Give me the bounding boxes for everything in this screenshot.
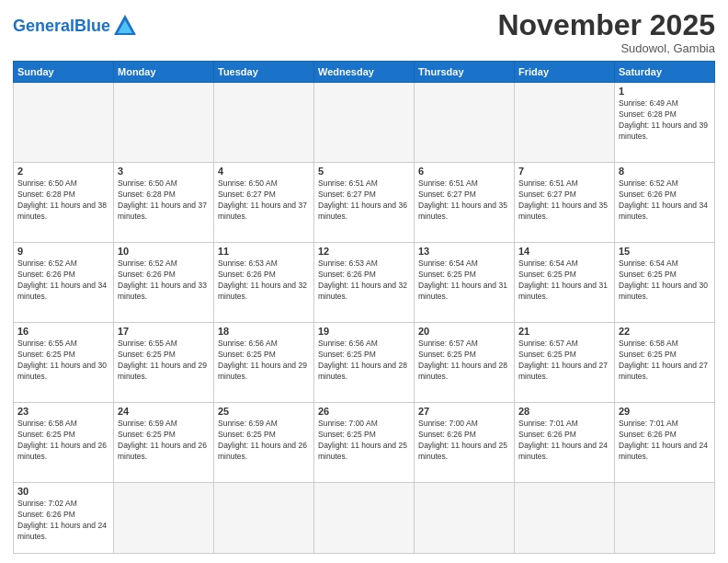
calendar-cell bbox=[314, 483, 415, 554]
calendar-cell: 13Sunrise: 6:54 AM Sunset: 6:25 PM Dayli… bbox=[415, 243, 515, 323]
day-number: 3 bbox=[118, 166, 210, 177]
calendar-body: 1Sunrise: 6:49 AM Sunset: 6:28 PM Daylig… bbox=[14, 83, 715, 554]
calendar-cell bbox=[415, 483, 515, 554]
calendar-cell: 16Sunrise: 6:55 AM Sunset: 6:25 PM Dayli… bbox=[14, 323, 114, 403]
weekday-header-wednesday: Wednesday bbox=[314, 62, 415, 83]
calendar-cell bbox=[214, 483, 314, 554]
calendar-week-3: 16Sunrise: 6:55 AM Sunset: 6:25 PM Dayli… bbox=[14, 323, 715, 403]
title-block: November 2025 Sudowol, Gambia bbox=[497, 9, 715, 55]
day-number: 23 bbox=[17, 406, 109, 417]
calendar-cell: 11Sunrise: 6:53 AM Sunset: 6:26 PM Dayli… bbox=[214, 243, 314, 323]
day-info: Sunrise: 6:56 AM Sunset: 6:25 PM Dayligh… bbox=[218, 339, 310, 383]
calendar-cell: 20Sunrise: 6:57 AM Sunset: 6:25 PM Dayli… bbox=[415, 323, 515, 403]
calendar-cell: 7Sunrise: 6:51 AM Sunset: 6:27 PM Daylig… bbox=[515, 163, 615, 243]
calendar-cell: 2Sunrise: 6:50 AM Sunset: 6:28 PM Daylig… bbox=[14, 163, 114, 243]
day-info: Sunrise: 6:56 AM Sunset: 6:25 PM Dayligh… bbox=[318, 339, 410, 383]
calendar-cell: 30Sunrise: 7:02 AM Sunset: 6:26 PM Dayli… bbox=[14, 483, 114, 554]
day-info: Sunrise: 7:01 AM Sunset: 6:26 PM Dayligh… bbox=[518, 419, 610, 463]
day-info: Sunrise: 6:51 AM Sunset: 6:27 PM Dayligh… bbox=[418, 178, 510, 223]
day-info: Sunrise: 7:01 AM Sunset: 6:26 PM Dayligh… bbox=[619, 419, 711, 463]
day-info: Sunrise: 6:54 AM Sunset: 6:25 PM Dayligh… bbox=[518, 259, 610, 303]
day-info: Sunrise: 6:58 AM Sunset: 6:25 PM Dayligh… bbox=[17, 419, 109, 463]
logo-general: General bbox=[13, 17, 74, 35]
day-info: Sunrise: 6:50 AM Sunset: 6:28 PM Dayligh… bbox=[17, 178, 109, 223]
calendar-cell bbox=[214, 83, 314, 163]
day-info: Sunrise: 6:53 AM Sunset: 6:26 PM Dayligh… bbox=[318, 259, 410, 303]
weekday-header-monday: Monday bbox=[114, 62, 214, 83]
calendar-cell bbox=[114, 483, 214, 554]
weekday-header-thursday: Thursday bbox=[415, 62, 515, 83]
calendar-cell: 9Sunrise: 6:52 AM Sunset: 6:26 PM Daylig… bbox=[14, 243, 114, 323]
calendar-cell bbox=[515, 83, 615, 163]
calendar-cell: 4Sunrise: 6:50 AM Sunset: 6:27 PM Daylig… bbox=[214, 163, 314, 243]
calendar-cell: 24Sunrise: 6:59 AM Sunset: 6:25 PM Dayli… bbox=[114, 403, 214, 483]
calendar-cell: 3Sunrise: 6:50 AM Sunset: 6:28 PM Daylig… bbox=[114, 163, 214, 243]
day-number: 1 bbox=[619, 86, 711, 97]
calendar-cell: 6Sunrise: 6:51 AM Sunset: 6:27 PM Daylig… bbox=[415, 163, 515, 243]
logo: GeneralBlue bbox=[13, 13, 138, 39]
calendar-cell: 23Sunrise: 6:58 AM Sunset: 6:25 PM Dayli… bbox=[14, 403, 114, 483]
logo-blue: Blue bbox=[74, 17, 110, 35]
day-info: Sunrise: 6:50 AM Sunset: 6:27 PM Dayligh… bbox=[218, 178, 310, 223]
day-number: 27 bbox=[418, 406, 510, 417]
day-number: 4 bbox=[218, 166, 310, 177]
day-number: 12 bbox=[318, 246, 410, 257]
day-number: 10 bbox=[118, 246, 210, 257]
calendar-cell: 12Sunrise: 6:53 AM Sunset: 6:26 PM Dayli… bbox=[314, 243, 415, 323]
calendar-cell: 25Sunrise: 6:59 AM Sunset: 6:25 PM Dayli… bbox=[214, 403, 314, 483]
month-title: November 2025 bbox=[497, 9, 715, 41]
day-number: 17 bbox=[118, 326, 210, 337]
day-number: 30 bbox=[17, 486, 109, 497]
calendar-week-5: 30Sunrise: 7:02 AM Sunset: 6:26 PM Dayli… bbox=[14, 483, 715, 554]
calendar-week-2: 9Sunrise: 6:52 AM Sunset: 6:26 PM Daylig… bbox=[14, 243, 715, 323]
page: GeneralBlue November 2025 Sudowol, Gambi… bbox=[0, 0, 728, 563]
day-number: 14 bbox=[518, 246, 610, 257]
day-info: Sunrise: 6:50 AM Sunset: 6:28 PM Dayligh… bbox=[118, 178, 210, 223]
calendar-cell: 15Sunrise: 6:54 AM Sunset: 6:25 PM Dayli… bbox=[615, 243, 715, 323]
day-info: Sunrise: 6:51 AM Sunset: 6:27 PM Dayligh… bbox=[318, 178, 410, 223]
day-info: Sunrise: 6:52 AM Sunset: 6:26 PM Dayligh… bbox=[619, 178, 711, 223]
calendar-cell: 18Sunrise: 6:56 AM Sunset: 6:25 PM Dayli… bbox=[214, 323, 314, 403]
weekday-header-sunday: Sunday bbox=[14, 62, 114, 83]
day-number: 21 bbox=[518, 326, 610, 337]
calendar-cell: 8Sunrise: 6:52 AM Sunset: 6:26 PM Daylig… bbox=[615, 163, 715, 243]
day-info: Sunrise: 6:53 AM Sunset: 6:26 PM Dayligh… bbox=[218, 259, 310, 303]
day-number: 9 bbox=[17, 246, 109, 257]
day-number: 6 bbox=[418, 166, 510, 177]
day-info: Sunrise: 6:52 AM Sunset: 6:26 PM Dayligh… bbox=[118, 259, 210, 303]
day-info: Sunrise: 6:58 AM Sunset: 6:25 PM Dayligh… bbox=[619, 339, 711, 383]
day-number: 8 bbox=[619, 166, 711, 177]
calendar-cell: 22Sunrise: 6:58 AM Sunset: 6:25 PM Dayli… bbox=[615, 323, 715, 403]
day-number: 11 bbox=[218, 246, 310, 257]
calendar-header: SundayMondayTuesdayWednesdayThursdayFrid… bbox=[14, 62, 715, 83]
logo-text: GeneralBlue bbox=[13, 17, 110, 34]
calendar-table: SundayMondayTuesdayWednesdayThursdayFrid… bbox=[13, 61, 715, 554]
calendar-cell: 27Sunrise: 7:00 AM Sunset: 6:26 PM Dayli… bbox=[415, 403, 515, 483]
day-number: 5 bbox=[318, 166, 410, 177]
calendar-cell bbox=[314, 83, 415, 163]
calendar-cell: 10Sunrise: 6:52 AM Sunset: 6:26 PM Dayli… bbox=[114, 243, 214, 323]
day-info: Sunrise: 6:54 AM Sunset: 6:25 PM Dayligh… bbox=[418, 259, 510, 303]
calendar-cell: 14Sunrise: 6:54 AM Sunset: 6:25 PM Dayli… bbox=[515, 243, 615, 323]
day-info: Sunrise: 6:55 AM Sunset: 6:25 PM Dayligh… bbox=[118, 339, 210, 383]
calendar-week-1: 2Sunrise: 6:50 AM Sunset: 6:28 PM Daylig… bbox=[14, 163, 715, 243]
calendar-cell bbox=[415, 83, 515, 163]
calendar-cell bbox=[615, 483, 715, 554]
day-info: Sunrise: 6:55 AM Sunset: 6:25 PM Dayligh… bbox=[17, 339, 109, 383]
day-number: 2 bbox=[17, 166, 109, 177]
weekday-header-friday: Friday bbox=[515, 62, 615, 83]
calendar-cell: 28Sunrise: 7:01 AM Sunset: 6:26 PM Dayli… bbox=[515, 403, 615, 483]
calendar-cell: 17Sunrise: 6:55 AM Sunset: 6:25 PM Dayli… bbox=[114, 323, 214, 403]
header: GeneralBlue November 2025 Sudowol, Gambi… bbox=[13, 9, 715, 55]
day-number: 24 bbox=[118, 406, 210, 417]
day-info: Sunrise: 6:59 AM Sunset: 6:25 PM Dayligh… bbox=[118, 419, 210, 463]
calendar-cell: 5Sunrise: 6:51 AM Sunset: 6:27 PM Daylig… bbox=[314, 163, 415, 243]
calendar-week-0: 1Sunrise: 6:49 AM Sunset: 6:28 PM Daylig… bbox=[14, 83, 715, 163]
day-number: 29 bbox=[619, 406, 711, 417]
calendar-cell: 26Sunrise: 7:00 AM Sunset: 6:25 PM Dayli… bbox=[314, 403, 415, 483]
day-info: Sunrise: 7:00 AM Sunset: 6:26 PM Dayligh… bbox=[418, 419, 510, 463]
day-info: Sunrise: 6:57 AM Sunset: 6:25 PM Dayligh… bbox=[418, 339, 510, 383]
day-info: Sunrise: 7:00 AM Sunset: 6:25 PM Dayligh… bbox=[318, 419, 410, 463]
day-info: Sunrise: 6:57 AM Sunset: 6:25 PM Dayligh… bbox=[518, 339, 610, 383]
logo-icon bbox=[112, 13, 138, 39]
